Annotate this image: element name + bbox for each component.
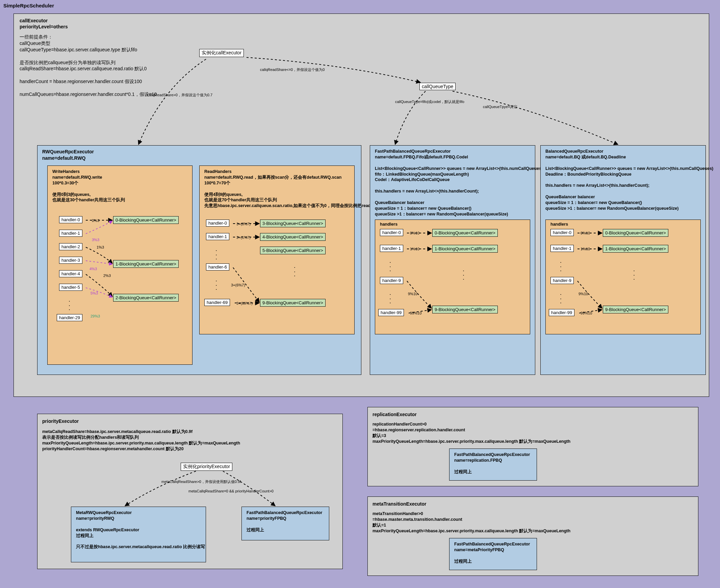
bq-q0: 0-BlockingQueue<CallRunner> — [603, 229, 668, 237]
r-q3: 3-BlockingQueue<CallRunner> — [260, 219, 325, 227]
w-e6: 29%3 — [90, 314, 100, 318]
bq-e1: 1%10 — [580, 247, 590, 251]
bq-h1: handler-1 — [550, 245, 574, 252]
bq-q9: 9-BlockingQueue<CallRunner> — [603, 306, 668, 313]
node-instantiate-prio: 实例化priorityExecutor — [181, 463, 232, 471]
r-h1: handler-1 — [206, 233, 229, 240]
call-header-2: periorityLevel=others — [20, 24, 68, 30]
call-header-1: callExecutor — [20, 18, 48, 24]
replication-header: replicationExecutor — [373, 412, 417, 418]
node-queuetype: callQueueType — [420, 83, 456, 90]
bq-h99: handler-99 — [549, 309, 574, 316]
r-dots2: ··· — [215, 279, 217, 292]
r-h6: handler-6 — [206, 264, 229, 271]
fp-e1: 1%10 — [410, 247, 420, 251]
bq-d2: ··· — [560, 292, 562, 305]
edge-qtype-other: callQueueTpye=其它 — [483, 105, 517, 109]
root-title: SimpleRpcScheduler — [3, 3, 54, 8]
r-q4: 4-BlockingQueue<CallRunner> — [260, 233, 325, 241]
r-e1: 3+(1%7) — [236, 235, 251, 240]
r-qdots: ··· — [294, 265, 296, 278]
fp-d2: ··· — [389, 292, 391, 305]
bq-h9: handler-9 — [550, 277, 574, 284]
fp-qd: ··· — [463, 269, 464, 281]
prio-edge-b: metaCallqReadShare=0 && priorityHandlerC… — [188, 489, 274, 493]
priority-pre: metaCallqReadShare=hbase.ipc.server.meta… — [42, 429, 240, 452]
canvas: SimpleRpcScheduler callExecutor periorit… — [0, 0, 720, 588]
w-e3: 4%3 — [89, 267, 97, 271]
r-h69: handler-69 — [204, 299, 230, 306]
replication-pre: replicationHandlerCount>0 =hbase.regions… — [373, 421, 570, 444]
r-q5: 5-BlockingQueue<CallRunner> — [260, 247, 325, 254]
w-q0: 0-BlockingQueue<CallRunner> — [113, 216, 179, 224]
w-q2: 2-BlockingQueue<CallRunner> — [113, 294, 179, 301]
edge-share-gt: callqReadShare>0，并假设这个值为0.7 — [147, 93, 212, 97]
fp-h1: handler-1 — [380, 245, 403, 252]
fp-d1: ··· — [389, 260, 391, 273]
bq-q1: 1-BlockingQueue<CallRunner> — [603, 245, 668, 253]
bq-qd: ··· — [633, 269, 635, 281]
prio-left-txt: MetaRWQueueRpcExecutor name=priorityRWQ … — [76, 510, 205, 550]
w-h3: handler-3 — [59, 257, 82, 264]
bq-d1: ··· — [560, 260, 562, 273]
w-h29: handler-29 — [57, 314, 82, 321]
r-h0: handler-0 — [206, 219, 229, 227]
r-dots1: ··· — [215, 248, 217, 261]
fp-h99: handler-99 — [378, 309, 404, 316]
fp-q9: 9-BlockingQueue<CallRunner> — [432, 306, 498, 313]
fp-h9: handler-9 — [380, 277, 403, 284]
w-e0: 0%3 — [92, 218, 99, 223]
bq-handlers-title: handlers — [550, 222, 568, 227]
prio-edge-a: metaCallqReadShare>0，并假设使用默认值0.9f — [162, 480, 241, 484]
w-h5: handler-5 — [59, 284, 82, 291]
w-h2: handler-2 — [59, 243, 82, 250]
bq-h0: handler-0 — [550, 229, 574, 236]
fp-title: FastPathBalancedQueueRpcExecutor name=de… — [375, 149, 543, 217]
r-e0: 3+(0%7) — [236, 222, 251, 226]
w-h0: handler-0 — [59, 216, 82, 223]
fp-h0: handler-0 — [380, 229, 403, 236]
meta-pre: metaTransitionHandler>0 =hbase.master.me… — [373, 511, 570, 534]
w-e2: 1%3 — [97, 245, 104, 250]
rwq-title: RWQueueRpcExecutor name=default.RWQ — [42, 149, 94, 162]
fp-e3: 99%10 — [410, 311, 421, 315]
edge-qtype-fifo: callQueueTpye=fifo|或codel，默认就是fifo — [395, 100, 464, 104]
w-dots: ··· — [68, 299, 70, 312]
fp-q0: 0-BlockingQueue<CallRunner> — [432, 229, 498, 237]
w-h1: handler-1 — [59, 230, 82, 237]
replication-box-txt: FastPathBalancedQueueRpcExecutor name=re… — [454, 452, 530, 475]
meta-header: metaTransitionExecutor — [373, 501, 426, 507]
r-e3: 3+(69%7) — [236, 301, 253, 306]
w-e1: 3%3 — [92, 238, 99, 242]
fp-e0: 0%10 — [410, 231, 420, 235]
fp-handlers-title: handlers — [380, 222, 398, 227]
r-q9: 9-BlockingQueue<CallRunner> — [260, 299, 325, 307]
prio-right-txt: FastPathBalancedQueueRpcExecutor name=pr… — [247, 510, 322, 533]
w-e5: 5%3 — [90, 291, 98, 295]
w-e4: 2%3 — [103, 274, 111, 278]
meta-box-txt: FastPathBalancedQueueRpcExecutor name=me… — [454, 541, 530, 564]
priority-header: priorityExecutor — [42, 418, 79, 424]
r-e2: 3+(6%7) — [231, 283, 245, 288]
fp-e2: 9%10 — [408, 292, 418, 296]
node-instantiate-call: 实例化callExecutor — [199, 49, 244, 57]
bq-title: BalancedQueueRpcExecutor name=default.BQ… — [545, 149, 713, 211]
write-title: WriteHanders name=default.RWQ.write 100*… — [52, 169, 125, 203]
bq-e2: 9%10 — [578, 292, 588, 296]
w-h4: handler-4 — [59, 270, 82, 277]
fp-q1: 1-BlockingQueue<CallRunner> — [432, 245, 498, 253]
w-q1: 1-BlockingQueue<CallRunner> — [113, 260, 179, 268]
bq-e3: 99%10 — [580, 311, 592, 315]
bq-e0: 0%10 — [580, 231, 590, 235]
edge-share-le: callqReadShare<=0，并假设这个值为0 — [260, 67, 324, 72]
call-pre: 一些前提条件： callQueue类型 callQueueType=hbase.… — [20, 34, 188, 98]
